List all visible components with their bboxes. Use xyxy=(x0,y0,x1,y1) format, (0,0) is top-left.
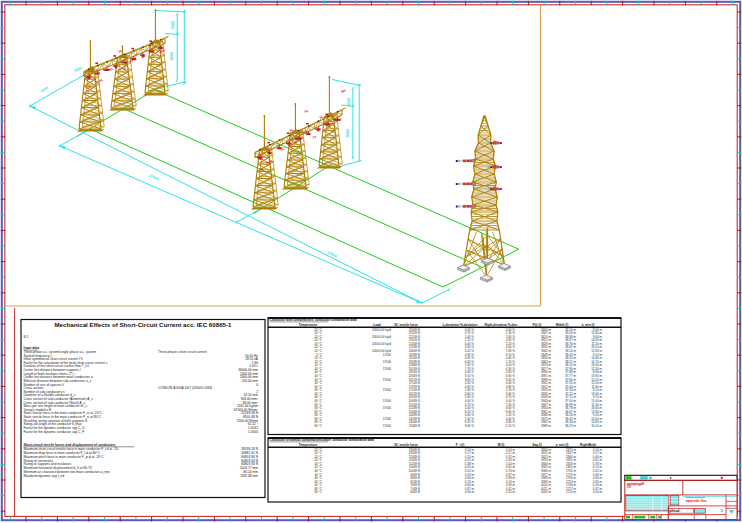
svg-text:npwrvdu fleu.: npwrvdu fleu. xyxy=(686,499,708,503)
svg-text:2714 m: 2714 m xyxy=(566,490,577,494)
svg-text:CONDOR A 500A-54/7 (2000/0.134: CONDOR A 500A-54/7 (2000/0.1343) xyxy=(158,386,212,390)
svg-text:5.10 %: 5.10 % xyxy=(506,424,516,428)
svg-text:Right-deviation %-dev.: Right-deviation %-dev. xyxy=(484,323,517,327)
svg-text:Right/Both: Right/Both xyxy=(580,443,596,447)
svg-text:0.52 m: 0.52 m xyxy=(506,490,516,494)
svg-text:1182.48 mm: 1182.48 mm xyxy=(240,474,258,478)
svg-text:Conductor of without combinati: Conductor of without combinations/cable;… xyxy=(270,438,375,442)
svg-text:Ch: Ch xyxy=(627,485,631,489)
svg-text:1.0500: 1.0500 xyxy=(248,430,258,434)
svg-text:· 1 ·: · 1 · xyxy=(718,508,725,513)
svg-text:L-deviation %-deviation: L-deviation %-deviation xyxy=(443,323,478,327)
svg-text:Temperature: Temperature xyxy=(299,323,318,327)
svg-text:Mechanical Effects of Short-Ci: Mechanical Effects of Short-Circuit Curr… xyxy=(54,321,232,328)
svg-text:9000: 9000 xyxy=(170,52,174,60)
svg-text:17000: 17000 xyxy=(383,360,392,364)
svg-text:Width (l): Width (l) xyxy=(556,323,568,327)
svg-text:B.1: B.1 xyxy=(24,335,29,339)
svg-text:a_min (l): a_min (l) xyxy=(582,323,595,327)
svg-text:20000.00 kg/d: 20000.00 kg/d xyxy=(372,335,391,339)
svg-text:0.54 m: 0.54 m xyxy=(593,490,603,494)
svg-text:20000.00 kg/d: 20000.00 kg/d xyxy=(372,328,391,332)
svg-text:9000: 9000 xyxy=(346,129,350,137)
svg-text:Sag (l): Sag (l) xyxy=(532,443,541,447)
svg-text:17000: 17000 xyxy=(383,417,392,421)
svg-text:3500: 3500 xyxy=(347,98,351,106)
svg-text:Maximum dynamic sag f_ed: Maximum dynamic sag f_ed xyxy=(24,474,65,478)
svg-text:F_t (l): F_t (l) xyxy=(456,443,464,447)
svg-text:17000: 17000 xyxy=(383,399,392,403)
svg-text:Factor for the dynamic conduct: Factor for the dynamic conductor sag C_F xyxy=(24,430,85,434)
svg-text:13469 N: 13469 N xyxy=(409,424,420,428)
svg-text:8.90 %: 8.90 % xyxy=(465,424,475,428)
svg-text:Three-phases short circuit cur: Three-phases short circuit current xyxy=(158,350,207,354)
svg-text:3500: 3500 xyxy=(171,21,175,29)
svg-text:20000.00 kg/d: 20000.00 kg/d xyxy=(372,342,391,346)
svg-text:Short-circuit tensile forces a: Short-circuit tensile forces and displac… xyxy=(24,443,116,447)
svg-text:a_min (l): a_min (l) xyxy=(556,443,569,447)
svg-text:17000: 17000 xyxy=(383,353,392,357)
svg-text:F(t) (l): F(t) (l) xyxy=(533,323,542,327)
svg-text:0: 0 xyxy=(256,383,258,387)
svg-text:17000: 17000 xyxy=(383,406,392,410)
svg-text:0.94 m: 0.94 m xyxy=(465,490,475,494)
svg-text:17000: 17000 xyxy=(383,378,392,382)
svg-text:Load: Load xyxy=(373,323,381,327)
svg-text:Conductor with combinations; c: Conductor with combinations; conductor c… xyxy=(270,318,357,322)
svg-text:16.10 m: 16.10 m xyxy=(591,424,602,428)
svg-text:3989 m: 3989 m xyxy=(541,424,552,428)
svg-text:SC tensile force: SC tensile force xyxy=(394,443,418,447)
svg-text:·: · xyxy=(709,508,711,513)
svg-text:80 °C: 80 °C xyxy=(314,424,322,428)
svg-text:17000: 17000 xyxy=(383,388,392,392)
svg-text:80 °C: 80 °C xyxy=(314,490,322,494)
svg-text:4032 m: 4032 m xyxy=(541,490,552,494)
svg-text:17000: 17000 xyxy=(383,367,392,371)
svg-text:Temperature: Temperature xyxy=(299,443,318,447)
svg-text:17000: 17000 xyxy=(383,424,392,428)
svg-text:6449 N: 6449 N xyxy=(410,490,420,494)
svg-text:phisd.: phisd. xyxy=(669,509,680,513)
svg-text:SC tensile force: SC tensile force xyxy=(394,323,418,327)
svg-text:36.23 m: 36.23 m xyxy=(565,424,576,428)
svg-text:W (l): W (l) xyxy=(498,443,505,447)
